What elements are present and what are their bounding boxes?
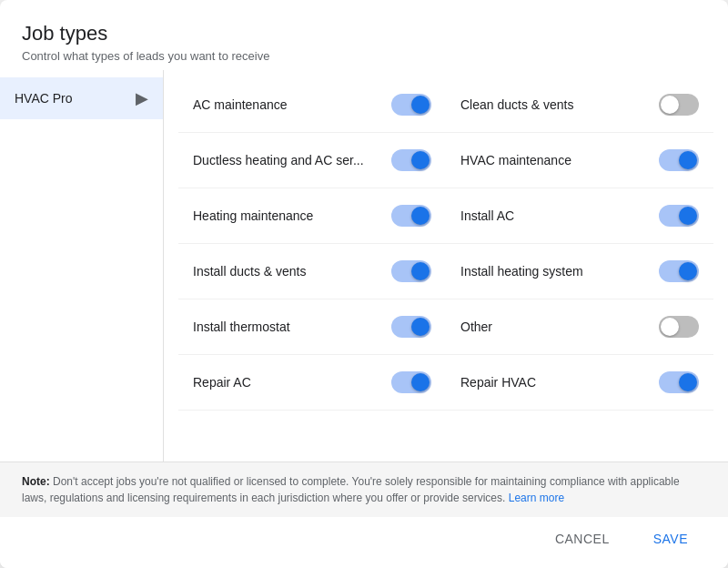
job-toggle[interactable] xyxy=(391,260,431,282)
job-label: Ductless heating and AC ser... xyxy=(193,153,364,167)
sidebar: HVAC Pro ▶ xyxy=(0,70,164,462)
job-row: HVAC maintenance xyxy=(446,133,713,188)
dialog-title: Job types xyxy=(22,22,706,46)
job-toggle[interactable] xyxy=(659,205,699,227)
dialog-subtitle: Control what types of leads you want to … xyxy=(22,49,706,63)
job-row: Heating maintenance xyxy=(178,188,446,244)
sidebar-item-label: HVAC Pro xyxy=(15,91,73,106)
job-row: Repair AC xyxy=(178,355,446,411)
job-row: Ductless heating and AC ser... xyxy=(178,133,446,188)
learn-more-link[interactable]: Learn more xyxy=(509,492,564,504)
job-row: AC maintenance xyxy=(178,77,446,133)
job-label: Repair AC xyxy=(193,375,251,390)
job-row: Install thermostat xyxy=(178,299,446,355)
job-toggle[interactable] xyxy=(391,371,431,393)
job-toggle[interactable] xyxy=(659,94,699,116)
job-toggle[interactable] xyxy=(391,205,431,227)
job-row: Other xyxy=(446,299,713,355)
job-toggle[interactable] xyxy=(659,371,699,393)
job-row: Install heating system xyxy=(446,244,713,299)
job-toggle[interactable] xyxy=(391,316,431,338)
job-label: Other xyxy=(460,320,492,334)
job-label: Install heating system xyxy=(460,264,583,279)
job-label: HVAC maintenance xyxy=(460,153,571,167)
job-label: Install AC xyxy=(460,208,514,223)
dialog-header: Job types Control what types of leads yo… xyxy=(0,0,728,70)
save-button[interactable]: SAVE xyxy=(635,524,706,553)
sidebar-item-hvac-pro[interactable]: HVAC Pro ▶ xyxy=(0,77,163,119)
note-text: Don't accept jobs you're not qualified o… xyxy=(22,475,680,504)
job-label: Install thermostat xyxy=(193,320,290,334)
footer-note: Note: Don't accept jobs you're not quali… xyxy=(22,473,706,506)
job-row: Clean ducts & vents xyxy=(446,77,713,133)
job-row: Install AC xyxy=(446,188,713,244)
dialog-footer: Note: Don't accept jobs you're not quali… xyxy=(0,462,728,517)
dialog-body: HVAC Pro ▶ AC maintenanceClean ducts & v… xyxy=(0,70,728,462)
job-row: Install ducts & vents xyxy=(178,244,446,299)
job-toggle[interactable] xyxy=(391,94,431,116)
job-grid: AC maintenanceClean ducts & ventsDuctles… xyxy=(178,77,713,411)
chevron-right-icon: ▶ xyxy=(136,88,148,108)
dialog-actions: CANCEL SAVE xyxy=(0,517,728,568)
job-label: Heating maintenance xyxy=(193,208,313,223)
job-label: Install ducts & vents xyxy=(193,264,307,279)
job-toggle[interactable] xyxy=(659,149,699,171)
job-toggle[interactable] xyxy=(659,260,699,282)
job-toggle[interactable] xyxy=(659,316,699,338)
note-label: Note: xyxy=(22,475,50,488)
job-label: Clean ducts & vents xyxy=(460,97,574,112)
job-types-dialog: Job types Control what types of leads yo… xyxy=(0,0,728,568)
cancel-button[interactable]: CANCEL xyxy=(537,524,628,553)
job-label: AC maintenance xyxy=(193,97,288,112)
job-label: Repair HVAC xyxy=(460,375,536,390)
job-row: Repair HVAC xyxy=(446,355,713,411)
content-area[interactable]: AC maintenanceClean ducts & ventsDuctles… xyxy=(164,70,728,462)
job-toggle[interactable] xyxy=(391,149,431,171)
